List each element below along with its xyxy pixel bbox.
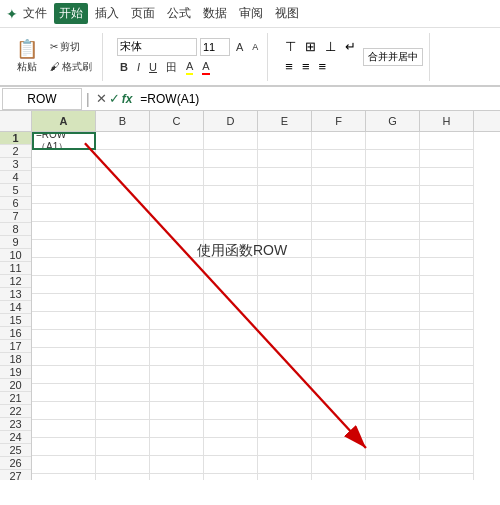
cell-g18[interactable] [366,438,420,456]
cell-reference-input[interactable] [2,88,82,110]
row-header-16[interactable]: 16 [0,327,31,340]
col-header-d[interactable]: D [204,111,258,131]
cell-a19[interactable] [32,456,96,474]
cell-c19[interactable] [150,456,204,474]
cell-f11[interactable] [312,312,366,330]
cell-c5[interactable] [150,204,204,222]
menu-item-page[interactable]: 页面 [126,3,160,24]
cell-f13[interactable] [312,348,366,366]
cell-c12[interactable] [150,330,204,348]
cell-f1[interactable] [312,132,366,150]
menu-item-file[interactable]: 文件 [18,3,52,24]
cell-d2[interactable] [204,150,258,168]
row-header-26[interactable]: 26 [0,457,31,470]
cell-b17[interactable] [96,420,150,438]
align-top-button[interactable]: ⊤ [282,38,299,55]
cell-f6[interactable] [312,222,366,240]
cell-g6[interactable] [366,222,420,240]
cell-d10[interactable] [204,294,258,312]
wrap-button[interactable]: ↵ [342,38,359,55]
cell-a3[interactable] [32,168,96,186]
col-header-a[interactable]: A [32,111,96,131]
cell-f5[interactable] [312,204,366,222]
cell-a5[interactable] [32,204,96,222]
align-bottom-button[interactable]: ⊥ [322,38,339,55]
cell-a10[interactable] [32,294,96,312]
cell-h18[interactable] [420,438,474,456]
row-header-10[interactable]: 10 [0,249,31,262]
cell-g17[interactable] [366,420,420,438]
cell-b1[interactable] [96,132,150,150]
row-header-22[interactable]: 22 [0,405,31,418]
cell-e11[interactable] [258,312,312,330]
bold-button[interactable]: B [117,60,131,74]
cell-e6[interactable] [258,222,312,240]
font-shrink-button[interactable]: A [249,41,261,53]
cell-g12[interactable] [366,330,420,348]
col-header-c[interactable]: C [150,111,204,131]
cell-a16[interactable] [32,402,96,420]
cell-h20[interactable] [420,474,474,480]
cell-g13[interactable] [366,348,420,366]
cell-e16[interactable] [258,402,312,420]
row-header-17[interactable]: 17 [0,340,31,353]
cell-g10[interactable] [366,294,420,312]
cell-f15[interactable] [312,384,366,402]
cell-c7[interactable] [150,240,204,258]
cell-d4[interactable] [204,186,258,204]
cell-c8[interactable] [150,258,204,276]
format-painter-button[interactable]: 🖌 格式刷 [46,58,96,76]
cell-d17[interactable] [204,420,258,438]
cell-b18[interactable] [96,438,150,456]
confirm-formula-icon[interactable]: ✓ [109,91,120,106]
cell-f16[interactable] [312,402,366,420]
cell-d16[interactable] [204,402,258,420]
col-header-h[interactable]: H [420,111,474,131]
cell-f9[interactable] [312,276,366,294]
row-header-23[interactable]: 23 [0,418,31,431]
cell-b8[interactable] [96,258,150,276]
row-header-1[interactable]: 1 [0,132,31,145]
font-color-button[interactable]: A [199,59,212,76]
cell-f12[interactable] [312,330,366,348]
cell-h5[interactable] [420,204,474,222]
cell-a6[interactable] [32,222,96,240]
row-header-27[interactable]: 27 [0,470,31,480]
row-header-14[interactable]: 14 [0,301,31,314]
cell-a9[interactable] [32,276,96,294]
row-header-9[interactable]: 9 [0,236,31,249]
underline-button[interactable]: U [146,60,160,74]
cell-g9[interactable] [366,276,420,294]
cell-c3[interactable] [150,168,204,186]
menu-item-home[interactable]: 开始 [54,3,88,24]
cell-d18[interactable] [204,438,258,456]
cell-h9[interactable] [420,276,474,294]
cancel-formula-icon[interactable]: ✕ [96,91,107,106]
col-header-g[interactable]: G [366,111,420,131]
cell-c2[interactable] [150,150,204,168]
cell-a8[interactable] [32,258,96,276]
col-header-b[interactable]: B [96,111,150,131]
row-header-11[interactable]: 11 [0,262,31,275]
row-header-20[interactable]: 20 [0,379,31,392]
border-button[interactable]: 田 [163,59,180,76]
cell-c9[interactable] [150,276,204,294]
cell-h6[interactable] [420,222,474,240]
align-right-button[interactable]: ≡ [316,58,330,75]
paste-button[interactable]: 📋 粘贴 [12,38,42,76]
cell-b3[interactable] [96,168,150,186]
cell-b12[interactable] [96,330,150,348]
cell-h7[interactable] [420,240,474,258]
cell-d19[interactable] [204,456,258,474]
cell-g15[interactable] [366,384,420,402]
cell-e9[interactable] [258,276,312,294]
cell-g2[interactable] [366,150,420,168]
cell-f4[interactable] [312,186,366,204]
row-header-21[interactable]: 21 [0,392,31,405]
menu-item-view[interactable]: 视图 [270,3,304,24]
cell-a11[interactable] [32,312,96,330]
cell-c1[interactable] [150,132,204,150]
cell-g7[interactable] [366,240,420,258]
align-center-button[interactable]: ≡ [299,58,313,75]
cell-a14[interactable] [32,366,96,384]
